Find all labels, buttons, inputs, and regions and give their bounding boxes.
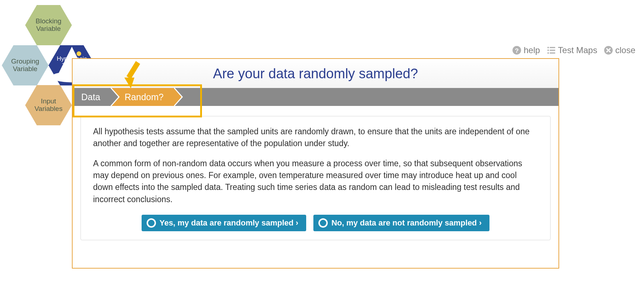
wizard-panel: Are your data randomly sampled? Data Ran…	[72, 58, 559, 269]
list-icon	[547, 46, 556, 55]
close-label: close	[615, 45, 635, 55]
hex-label: Variable	[13, 65, 37, 73]
svg-point-11	[547, 47, 549, 48]
option-no-button[interactable]: No, my data are not randomly sampled ›	[313, 215, 489, 231]
panel-header: Are your data randomly sampled?	[73, 59, 558, 88]
breadcrumb-label: Data	[81, 92, 100, 102]
option-no-label: No, my data are not randomly sampled ›	[331, 218, 482, 228]
svg-rect-16	[549, 52, 555, 54]
hex-label: Blocking	[36, 18, 61, 25]
radio-circle-icon	[318, 218, 328, 228]
content-paragraph: A common form of non-random data occurs …	[93, 158, 538, 205]
close-icon	[604, 46, 613, 55]
option-yes-button[interactable]: Yes, my data are randomly sampled ›	[142, 215, 306, 231]
option-button-row: Yes, my data are randomly sampled › No, …	[93, 215, 538, 231]
breadcrumb-bar: Data Random?	[73, 88, 558, 106]
help-label: help	[524, 45, 540, 55]
panel-title: Are your data randomly sampled?	[73, 66, 558, 82]
hex-blocking-variable[interactable]: Blocking Variable	[25, 5, 72, 45]
breadcrumb-label: Random?	[125, 92, 164, 102]
svg-text:?: ?	[515, 47, 519, 54]
svg-marker-8	[124, 78, 134, 88]
help-link[interactable]: ? help	[512, 45, 540, 55]
content-card: All hypothesis tests assume that the sam…	[80, 116, 551, 240]
callout-arrow-icon	[122, 61, 144, 90]
hex-label: Variable	[36, 25, 61, 33]
hex-label: Input	[41, 98, 56, 105]
test-maps-link[interactable]: Test Maps	[547, 45, 597, 55]
svg-rect-14	[549, 50, 555, 51]
close-link[interactable]: close	[604, 45, 635, 55]
breadcrumb-step-random[interactable]: Random?	[110, 88, 174, 106]
hex-label: Variables	[34, 105, 63, 113]
breadcrumb-step-data[interactable]: Data	[73, 88, 110, 106]
radio-circle-icon	[147, 218, 156, 228]
svg-rect-12	[549, 47, 555, 48]
hex-label: Grouping	[11, 58, 39, 65]
svg-point-13	[547, 50, 549, 51]
hex-grouping-variable[interactable]: Grouping Variable	[2, 45, 49, 85]
hex-input-variables[interactable]: Input Variables	[25, 85, 72, 125]
option-yes-label: Yes, my data are randomly sampled ›	[160, 218, 298, 228]
svg-marker-7	[126, 61, 140, 79]
content-paragraph: All hypothesis tests assume that the sam…	[93, 126, 538, 150]
svg-point-15	[547, 52, 549, 54]
test-maps-label: Test Maps	[558, 45, 597, 55]
top-links: ? help Test Maps close	[512, 45, 635, 55]
help-icon: ?	[512, 46, 521, 55]
